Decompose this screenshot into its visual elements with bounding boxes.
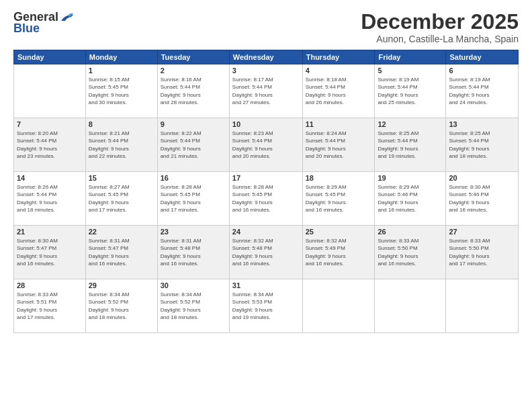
calendar-table: Sunday Monday Tuesday Wednesday Thursday…: [13, 50, 519, 333]
day-info: Sunrise: 8:30 AM Sunset: 5:46 PM Dayligh…: [449, 183, 515, 214]
table-row: 2Sunrise: 8:16 AM Sunset: 5:44 PM Daylig…: [157, 64, 229, 118]
day-info: Sunrise: 8:26 AM Sunset: 5:44 PM Dayligh…: [17, 183, 83, 214]
day-number: 19: [378, 174, 443, 182]
table-row: 31Sunrise: 8:34 AM Sunset: 5:53 PM Dayli…: [229, 279, 302, 333]
day-number: 31: [232, 281, 300, 289]
day-number: 12: [378, 120, 443, 128]
table-row: 20Sunrise: 8:30 AM Sunset: 5:46 PM Dayli…: [446, 172, 519, 226]
table-row: [302, 279, 375, 333]
table-row: 1Sunrise: 8:15 AM Sunset: 5:45 PM Daylig…: [85, 64, 157, 118]
day-info: Sunrise: 8:19 AM Sunset: 5:44 PM Dayligh…: [378, 76, 443, 106]
day-number: 10: [232, 120, 300, 128]
table-row: 21Sunrise: 8:30 AM Sunset: 5:47 PM Dayli…: [14, 226, 86, 279]
day-number: 15: [89, 174, 154, 182]
table-row: 18Sunrise: 8:29 AM Sunset: 5:45 PM Dayli…: [302, 172, 375, 226]
logo-bird-icon: [60, 11, 75, 24]
table-row: 12Sunrise: 8:25 AM Sunset: 5:44 PM Dayli…: [375, 118, 446, 172]
table-row: 29Sunrise: 8:34 AM Sunset: 5:52 PM Dayli…: [85, 279, 157, 333]
table-row: 11Sunrise: 8:24 AM Sunset: 5:44 PM Dayli…: [302, 118, 375, 172]
day-number: 2: [161, 66, 226, 75]
day-info: Sunrise: 8:24 AM Sunset: 5:44 PM Dayligh…: [306, 130, 372, 160]
day-number: 3: [232, 66, 300, 75]
day-number: 28: [17, 281, 83, 289]
title-section: December 2025 Aunon, Castille-La Mancha,…: [361, 10, 519, 44]
table-row: 15Sunrise: 8:27 AM Sunset: 5:45 PM Dayli…: [85, 172, 157, 226]
day-number: 6: [449, 66, 515, 75]
table-row: 25Sunrise: 8:32 AM Sunset: 5:49 PM Dayli…: [302, 226, 375, 279]
header-sunday: Sunday: [14, 50, 86, 64]
calendar-week-5: 28Sunrise: 8:33 AM Sunset: 5:51 PM Dayli…: [14, 279, 519, 333]
day-number: 21: [17, 228, 83, 236]
table-row: 22Sunrise: 8:31 AM Sunset: 5:47 PM Dayli…: [85, 226, 157, 279]
day-number: 30: [161, 281, 226, 289]
day-info: Sunrise: 8:34 AM Sunset: 5:52 PM Dayligh…: [161, 291, 226, 321]
day-info: Sunrise: 8:20 AM Sunset: 5:44 PM Dayligh…: [17, 130, 83, 160]
table-row: [375, 279, 446, 333]
day-number: 26: [378, 228, 443, 236]
day-info: Sunrise: 8:19 AM Sunset: 5:44 PM Dayligh…: [449, 76, 515, 106]
day-info: Sunrise: 8:30 AM Sunset: 5:47 PM Dayligh…: [17, 237, 83, 267]
table-row: 9Sunrise: 8:22 AM Sunset: 5:44 PM Daylig…: [157, 118, 229, 172]
day-info: Sunrise: 8:33 AM Sunset: 5:51 PM Dayligh…: [17, 291, 83, 321]
table-row: 4Sunrise: 8:18 AM Sunset: 5:44 PM Daylig…: [302, 64, 375, 118]
table-row: 7Sunrise: 8:20 AM Sunset: 5:44 PM Daylig…: [14, 118, 86, 172]
table-row: 5Sunrise: 8:19 AM Sunset: 5:44 PM Daylig…: [375, 64, 446, 118]
table-row: 16Sunrise: 8:28 AM Sunset: 5:45 PM Dayli…: [157, 172, 229, 226]
table-row: 30Sunrise: 8:34 AM Sunset: 5:52 PM Dayli…: [157, 279, 229, 333]
month-title: December 2025: [361, 10, 519, 34]
day-number: 24: [232, 228, 300, 236]
day-number: 1: [89, 66, 154, 75]
day-number: 23: [161, 228, 226, 236]
day-number: 8: [89, 120, 154, 128]
day-info: Sunrise: 8:29 AM Sunset: 5:46 PM Dayligh…: [378, 183, 443, 214]
day-number: 9: [161, 120, 226, 128]
logo: General Blue: [13, 10, 75, 36]
calendar-header-row: Sunday Monday Tuesday Wednesday Thursday…: [14, 50, 519, 64]
day-info: Sunrise: 8:33 AM Sunset: 5:50 PM Dayligh…: [378, 237, 443, 267]
day-info: Sunrise: 8:17 AM Sunset: 5:44 PM Dayligh…: [232, 76, 300, 106]
day-info: Sunrise: 8:28 AM Sunset: 5:45 PM Dayligh…: [232, 183, 300, 214]
table-row: 17Sunrise: 8:28 AM Sunset: 5:45 PM Dayli…: [229, 172, 302, 226]
day-number: 29: [89, 281, 154, 289]
day-info: Sunrise: 8:16 AM Sunset: 5:44 PM Dayligh…: [161, 76, 226, 106]
table-row: 14Sunrise: 8:26 AM Sunset: 5:44 PM Dayli…: [14, 172, 86, 226]
day-number: 11: [306, 120, 372, 128]
table-row: [446, 279, 519, 333]
day-info: Sunrise: 8:33 AM Sunset: 5:50 PM Dayligh…: [449, 237, 515, 267]
day-number: 7: [17, 120, 83, 128]
header-thursday: Thursday: [302, 50, 375, 64]
table-row: 23Sunrise: 8:31 AM Sunset: 5:48 PM Dayli…: [157, 226, 229, 279]
day-info: Sunrise: 8:22 AM Sunset: 5:44 PM Dayligh…: [161, 130, 226, 160]
day-number: 25: [306, 228, 372, 236]
day-info: Sunrise: 8:27 AM Sunset: 5:45 PM Dayligh…: [89, 183, 154, 214]
table-row: 27Sunrise: 8:33 AM Sunset: 5:50 PM Dayli…: [446, 226, 519, 279]
day-number: 13: [449, 120, 515, 128]
table-row: 3Sunrise: 8:17 AM Sunset: 5:44 PM Daylig…: [229, 64, 302, 118]
day-info: Sunrise: 8:31 AM Sunset: 5:48 PM Dayligh…: [161, 237, 226, 267]
day-info: Sunrise: 8:18 AM Sunset: 5:44 PM Dayligh…: [306, 76, 372, 106]
day-number: 20: [449, 174, 515, 182]
day-info: Sunrise: 8:28 AM Sunset: 5:45 PM Dayligh…: [161, 183, 226, 214]
day-number: 22: [89, 228, 154, 236]
table-row: 10Sunrise: 8:23 AM Sunset: 5:44 PM Dayli…: [229, 118, 302, 172]
page: General Blue December 2025 Aunon, Castil…: [0, 0, 532, 411]
header-wednesday: Wednesday: [229, 50, 302, 64]
table-row: 28Sunrise: 8:33 AM Sunset: 5:51 PM Dayli…: [14, 279, 86, 333]
day-number: 16: [161, 174, 226, 182]
day-number: 18: [306, 174, 372, 182]
calendar-week-3: 14Sunrise: 8:26 AM Sunset: 5:44 PM Dayli…: [14, 172, 519, 226]
table-row: 13Sunrise: 8:25 AM Sunset: 5:44 PM Dayli…: [446, 118, 519, 172]
day-number: 5: [378, 66, 443, 75]
header: General Blue December 2025 Aunon, Castil…: [13, 10, 519, 44]
header-tuesday: Tuesday: [157, 50, 229, 64]
calendar-week-1: 1Sunrise: 8:15 AM Sunset: 5:45 PM Daylig…: [14, 64, 519, 118]
day-info: Sunrise: 8:21 AM Sunset: 5:44 PM Dayligh…: [89, 130, 154, 160]
header-friday: Friday: [375, 50, 446, 64]
day-info: Sunrise: 8:34 AM Sunset: 5:52 PM Dayligh…: [89, 291, 154, 321]
day-info: Sunrise: 8:32 AM Sunset: 5:48 PM Dayligh…: [232, 237, 300, 267]
day-info: Sunrise: 8:23 AM Sunset: 5:44 PM Dayligh…: [232, 130, 300, 160]
day-info: Sunrise: 8:25 AM Sunset: 5:44 PM Dayligh…: [449, 130, 515, 160]
header-monday: Monday: [85, 50, 157, 64]
day-info: Sunrise: 8:15 AM Sunset: 5:45 PM Dayligh…: [89, 76, 154, 106]
table-row: 26Sunrise: 8:33 AM Sunset: 5:50 PM Dayli…: [375, 226, 446, 279]
